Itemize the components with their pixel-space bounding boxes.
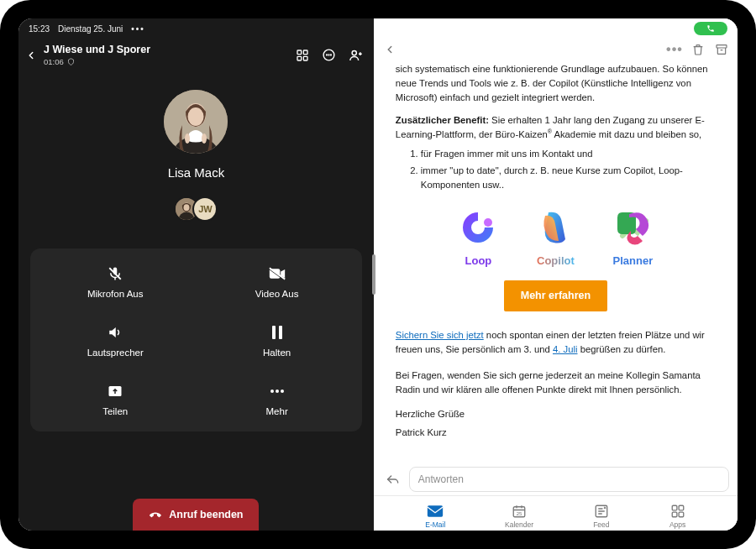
benefit-label: Zusätzlicher Benefit: [396, 115, 489, 125]
mail-paragraph: sich systematisch eine funktionierende G… [396, 62, 716, 105]
status-time: 15:23 [29, 24, 50, 34]
cta-button[interactable]: Mehr erfahren [504, 280, 607, 311]
email-icon [427, 504, 444, 519]
mail-app-pane: ••• sich systematisch eine funktionieren… [374, 18, 738, 531]
loop-badge[interactable]: Loop [458, 207, 498, 269]
participant-avatar[interactable] [164, 90, 228, 154]
layout-grid-icon[interactable] [295, 48, 310, 63]
mail-paragraph: Bei Fragen, wenden Sie sich gerne jederz… [396, 369, 716, 397]
svg-point-32 [484, 218, 492, 227]
svg-rect-31 [717, 45, 727, 48]
tab-email[interactable]: E-Mail [425, 504, 445, 529]
end-call-button[interactable]: Anruf beenden [133, 499, 259, 531]
list-item: immer "up to date", durch z. B. neue Kur… [421, 164, 716, 192]
copilot-badge[interactable]: Copilot [535, 207, 575, 269]
mail-text: Akademie mit dazu und bleiben so, [552, 129, 701, 139]
feed-icon [593, 504, 610, 519]
svg-point-5 [327, 55, 328, 55]
share-button[interactable]: Teilen [39, 383, 192, 416]
tab-label: E-Mail [425, 520, 445, 529]
back-chevron-icon[interactable] [24, 48, 39, 63]
loop-icon [458, 207, 498, 248]
mail-toolbar: ••• [374, 39, 738, 60]
call-title: J Wiese und J Sporer [44, 44, 290, 55]
delete-icon[interactable] [690, 42, 706, 57]
split-drag-handle[interactable] [372, 254, 375, 295]
overflow-menu-icon[interactable]: ••• [667, 42, 682, 57]
video-toggle-button[interactable]: Video Aus [200, 265, 353, 299]
pause-icon [269, 324, 286, 341]
mic-toggle-button[interactable]: Mikrofon Aus [39, 265, 192, 299]
svg-point-30 [281, 390, 284, 393]
date-link[interactable]: 4. Juli [553, 344, 578, 354]
more-icon [269, 383, 286, 400]
svg-point-7 [331, 55, 332, 55]
call-title-block[interactable]: J Wiese und J Sporer 01:06 [44, 44, 290, 66]
participant-list[interactable]: JW [174, 196, 218, 222]
more-label: Mehr [266, 406, 288, 416]
share-label: Teilen [102, 406, 128, 416]
participant-area: Lisa Mack JW [18, 71, 374, 222]
mail-closing: Herzliche Grüße [396, 407, 716, 421]
mail-sender: Patrick Kurz [396, 426, 716, 440]
reserve-link[interactable]: Sichern Sie sich jetzt [396, 330, 484, 340]
svg-rect-39 [672, 512, 677, 517]
benefit-list: für Fragen immer mit uns im Kontakt und … [421, 147, 716, 192]
more-button[interactable]: Mehr [200, 383, 353, 416]
reply-input[interactable]: Antworten [409, 467, 729, 492]
participant-name: Lisa Mack [168, 165, 225, 180]
planner-icon [612, 207, 653, 248]
svg-point-12 [188, 107, 204, 126]
speaker-icon [107, 324, 123, 341]
speaker-button[interactable]: Lautsprecher [39, 324, 192, 358]
tab-calendar[interactable]: 25 Kalender [505, 504, 533, 529]
status-more-icon[interactable]: ••• [131, 24, 145, 34]
nav-back-icon[interactable] [382, 42, 397, 57]
people-add-icon[interactable] [349, 48, 364, 63]
planner-badge[interactable]: Planner [612, 207, 653, 269]
svg-rect-40 [679, 512, 684, 517]
svg-point-6 [328, 55, 329, 55]
reply-collapse-icon[interactable] [382, 469, 402, 489]
split-screen: 15:23 Dienstag 25. Juni ••• J Wiese und … [18, 18, 738, 531]
svg-rect-3 [303, 56, 307, 60]
hold-label: Halten [263, 348, 291, 358]
tab-label: Apps [669, 520, 685, 529]
copilot-icon [535, 207, 575, 248]
reply-placeholder: Antworten [418, 473, 464, 485]
svg-rect-1 [303, 50, 307, 55]
active-call-pill[interactable] [694, 22, 727, 35]
mail-text: begrüßen zu dürfen. [578, 344, 666, 354]
svg-rect-0 [297, 50, 302, 55]
svg-rect-26 [279, 326, 282, 339]
svg-rect-2 [297, 56, 302, 60]
apps-grid-icon [669, 504, 686, 519]
status-bar-right [374, 18, 738, 39]
app-label: Planner [613, 253, 654, 269]
svg-rect-25 [272, 326, 276, 339]
list-item: für Fragen immer mit uns im Kontakt und [421, 147, 716, 161]
share-screen-icon [107, 383, 123, 400]
call-header: J Wiese und J Sporer 01:06 [18, 39, 374, 71]
app-label: Loop [465, 253, 492, 269]
tab-label: Kalender [505, 520, 533, 529]
video-off-icon [269, 265, 286, 282]
video-label: Video Aus [255, 289, 299, 299]
chat-icon[interactable] [322, 48, 337, 63]
status-bar: 15:23 Dienstag 25. Juni ••• [18, 18, 374, 39]
app-label: Copilot [537, 253, 575, 269]
bottom-tab-bar: E-Mail 25 Kalender Feed [374, 495, 738, 531]
avatar-initials[interactable]: JW [192, 196, 218, 222]
call-duration: 01:06 [44, 57, 64, 66]
app-badges-row: Loop Copilot Planner [396, 207, 716, 269]
mail-body[interactable]: sich systematisch eine funktionierende G… [374, 60, 738, 463]
archive-icon[interactable] [714, 42, 729, 57]
hold-button[interactable]: Halten [200, 324, 353, 358]
call-app-pane: 15:23 Dienstag 25. Juni ••• J Wiese und … [18, 18, 374, 531]
tab-apps[interactable]: Apps [669, 504, 686, 529]
mic-off-icon [107, 265, 123, 282]
speaker-label: Lautsprecher [87, 348, 144, 358]
status-date: Dienstag 25. Juni [58, 24, 123, 34]
tab-feed[interactable]: Feed [593, 504, 610, 529]
reply-bar: Antworten [374, 463, 738, 495]
